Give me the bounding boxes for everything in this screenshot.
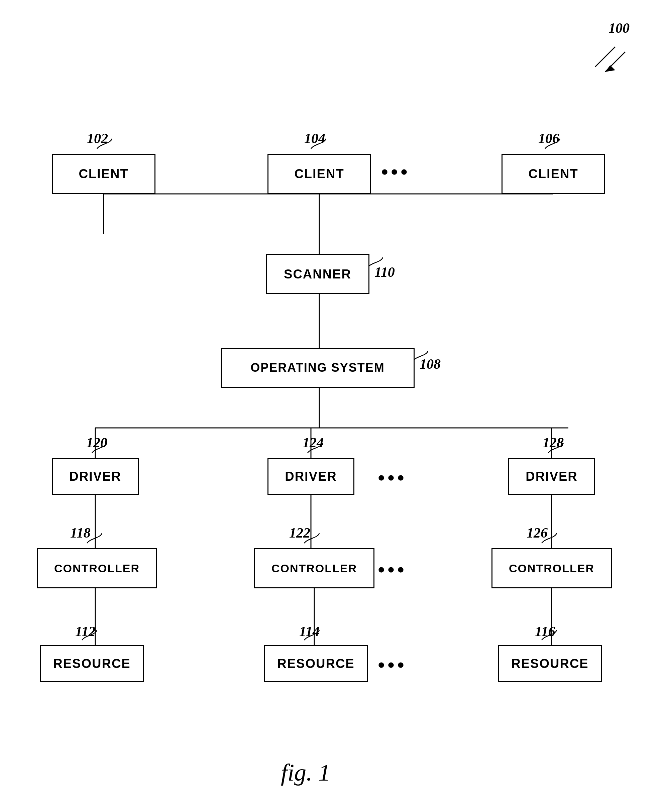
driver2-label: DRIVER [285,469,337,484]
controller2-label: CONTROLLER [272,562,357,575]
ref-128: 128 [543,435,564,451]
ref-100: 100 [608,20,629,36]
figure-label: fig. 1 [281,759,330,787]
ref-106: 106 [538,130,559,146]
resource1-box: RESOURCE [40,645,144,682]
client3-label: CLIENT [528,167,578,181]
ref-118: 118 [70,525,91,541]
scanner-label: SCANNER [284,267,351,282]
svg-marker-1 [605,65,615,72]
ref-112: 112 [75,624,96,640]
client3-box: CLIENT [501,154,605,194]
resource3-label: RESOURCE [511,656,588,671]
client2-box: CLIENT [267,154,371,194]
ref-126: 126 [527,525,548,541]
dots-drivers: ••• [378,467,407,489]
resource3-box: RESOURCE [498,645,602,682]
dots-resources: ••• [378,653,407,677]
resource1-label: RESOURCE [53,656,130,671]
diagram-lines [0,0,665,812]
ref-116: 116 [535,624,555,640]
ref-124: 124 [303,435,324,451]
diagram: 100 CLIENT 102 CLIENT 104 CLIENT 106 •••… [0,0,665,812]
ref-110: 110 [375,264,395,280]
client1-label: CLIENT [79,167,128,181]
ref-108: 108 [419,356,441,372]
scanner-box: SCANNER [266,254,369,294]
driver1-box: DRIVER [52,458,139,495]
svg-line-0 [605,52,625,72]
ref-114: 114 [299,624,319,640]
controller3-box: CONTROLLER [491,548,612,588]
os-label: OPERATING SYSTEM [251,361,385,375]
driver1-label: DRIVER [69,469,121,484]
driver3-label: DRIVER [526,469,578,484]
ref-120: 120 [86,435,107,451]
controller1-label: CONTROLLER [54,562,140,575]
dots-clients: ••• [381,160,410,183]
ref-104: 104 [304,130,325,146]
svg-line-21 [595,47,615,67]
controller3-label: CONTROLLER [509,562,595,575]
client2-label: CLIENT [294,167,344,181]
resource2-box: RESOURCE [264,645,368,682]
driver3-box: DRIVER [508,458,595,495]
client1-box: CLIENT [52,154,156,194]
resource2-label: RESOURCE [277,656,354,671]
ref-122: 122 [289,525,310,541]
controller1-box: CONTROLLER [37,548,157,588]
ref-102: 102 [87,130,108,146]
controller2-box: CONTROLLER [254,548,375,588]
os-box: OPERATING SYSTEM [221,348,414,388]
driver2-box: DRIVER [267,458,354,495]
dots-controllers: ••• [378,558,407,581]
